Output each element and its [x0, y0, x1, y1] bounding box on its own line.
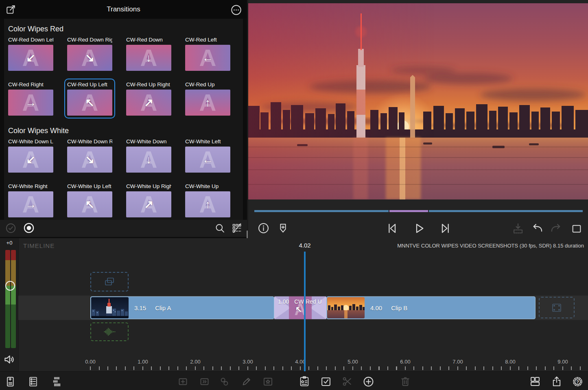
- transition-item[interactable]: CW-Red Left A ←: [185, 37, 230, 71]
- clip-info-button[interactable]: [258, 222, 269, 236]
- transition-thumbnail[interactable]: A ↖: [67, 90, 112, 116]
- link-clips-button[interactable]: [218, 375, 230, 388]
- transition-item[interactable]: CW-White Left A ←: [185, 138, 230, 173]
- transition-thumbnail[interactable]: A ↙: [8, 147, 53, 173]
- timeline-clip-a[interactable]: 3.15 Clip A: [90, 296, 274, 319]
- transition-item[interactable]: CW-White Right A →: [8, 183, 53, 217]
- transition-thumbnail[interactable]: A ↑: [185, 90, 230, 116]
- speaker-icon: [3, 353, 15, 366]
- transition-thumbnail[interactable]: A ↘: [67, 45, 112, 71]
- redo-button[interactable]: [550, 222, 563, 237]
- panel-options-button[interactable]: [231, 4, 242, 17]
- transition-thumbnail[interactable]: A ↘: [67, 147, 112, 173]
- go-to-end-button[interactable]: [439, 222, 452, 237]
- import-media-button[interactable]: [4, 375, 17, 388]
- overwrite-clip-button[interactable]: [198, 375, 210, 388]
- insert-to-timeline-button[interactable]: [512, 222, 524, 236]
- transition-item[interactable]: CW-White Down A ↓: [126, 138, 171, 173]
- transition-thumbnail[interactable]: A ←: [185, 147, 230, 173]
- video-track-placeholder[interactable]: [90, 272, 129, 291]
- undo-button[interactable]: [531, 222, 543, 237]
- transition-item[interactable]: CW-White Down L... A ↙: [8, 138, 53, 173]
- insert-clip-button[interactable]: [177, 375, 189, 388]
- transition-item[interactable]: CW-White Up A ↑: [185, 183, 230, 217]
- transition-item[interactable]: CW-Red Up A ↑: [185, 81, 230, 116]
- wipe-arrow-icon: →: [8, 90, 53, 116]
- transition-thumbnail[interactable]: A ↑: [185, 191, 230, 217]
- clip-a-thumbnail: [91, 297, 129, 318]
- transition-thumbnail[interactable]: A ←: [185, 45, 230, 71]
- append-clip-placeholder[interactable]: [539, 297, 575, 318]
- transition-label: CW-White Up Left: [67, 183, 112, 190]
- transition-thumbnail[interactable]: A →: [8, 90, 53, 116]
- transition-item[interactable]: CW-Red Right A →: [8, 81, 53, 116]
- video-preview[interactable]: [248, 3, 588, 199]
- audio-meter-right: [11, 250, 16, 348]
- transition-thumbnail[interactable]: A ↓: [126, 45, 171, 71]
- transition-thumbnail[interactable]: A ↖: [67, 191, 112, 217]
- view-options-button[interactable]: [231, 223, 242, 235]
- apply-transition-button[interactable]: [5, 223, 16, 235]
- fullscreen-rect-icon: [571, 223, 582, 234]
- transition-item-selected[interactable]: CW-Red Up Left A ↖: [67, 81, 112, 116]
- ruler-label: 1.00: [131, 359, 155, 365]
- transition-label: CW-Red Left: [185, 37, 230, 43]
- ruler-label: 6.00: [393, 359, 418, 365]
- track-size-button[interactable]: [50, 375, 63, 388]
- clip-list-button[interactable]: [27, 375, 39, 388]
- help-settings-button[interactable]: ?: [571, 375, 584, 388]
- add-marker-button[interactable]: [277, 222, 289, 236]
- transition-item[interactable]: CW-White Up Right A ↗: [126, 183, 171, 217]
- multi-select-button[interactable]: [320, 375, 332, 388]
- transition-thumbnail[interactable]: A ↙: [8, 45, 53, 71]
- favorite-clip-button[interactable]: [262, 375, 274, 388]
- transition-item[interactable]: CW-Red Down Left A ↙: [8, 37, 53, 71]
- mute-button[interactable]: [3, 353, 15, 367]
- edit-title-button[interactable]: [240, 375, 252, 388]
- film-clips-icon: [104, 277, 115, 287]
- fullscreen-button[interactable]: [571, 223, 582, 236]
- split-clip-button[interactable]: [341, 375, 353, 388]
- go-to-start-button[interactable]: [385, 222, 398, 237]
- share-export-button[interactable]: [551, 375, 563, 388]
- wipe-arrow-icon: ↓: [126, 147, 171, 173]
- wipe-arrow-icon: ↘: [67, 147, 112, 173]
- layout-button[interactable]: [529, 375, 541, 388]
- transition-thumbnail[interactable]: A ↓: [126, 147, 171, 173]
- delete-clip-button[interactable]: [399, 375, 411, 388]
- transitions-list: Color Wipes Red CW-Red Down Left A ↙ CW-…: [4, 19, 243, 220]
- add-overlay-button[interactable]: [362, 375, 374, 388]
- transition-label: CW-White Right: [8, 183, 53, 190]
- transition-item[interactable]: CW-White Down R... A ↘: [67, 138, 112, 173]
- clip-attributes-button[interactable]: [298, 375, 310, 388]
- timeline-playhead[interactable]: [304, 252, 306, 382]
- timeline-clip-b[interactable]: 4.00 Clip B: [326, 296, 536, 319]
- wipe-arrow-icon: ←: [185, 45, 230, 71]
- overwrite-clip-icon: [199, 376, 210, 387]
- plus-circle-icon: [363, 376, 374, 388]
- wipe-arrow-icon: ↖: [295, 305, 302, 314]
- search-button[interactable]: [214, 223, 225, 235]
- preview-scrubber[interactable]: [254, 210, 583, 212]
- trash-icon: [400, 376, 411, 387]
- timeline-transition-clip[interactable]: A 1.00 CW-Red U ↖: [274, 296, 326, 319]
- volume-fader-knob[interactable]: [5, 281, 15, 291]
- search-icon: [214, 223, 225, 234]
- insert-clip-icon: [177, 376, 188, 387]
- scissors-icon: [341, 376, 353, 387]
- audio-track-placeholder[interactable]: [90, 322, 129, 341]
- transition-item[interactable]: CW-Red Down Right A ↘: [67, 37, 112, 71]
- transition-item[interactable]: CW-Red Up Right A ↗: [126, 81, 171, 116]
- transition-thumbnail[interactable]: A ↗: [126, 90, 171, 116]
- transition-label: CW-Red Right: [8, 81, 53, 88]
- transition-thumbnail[interactable]: A ↗: [126, 191, 171, 217]
- preview-mode-button[interactable]: [23, 222, 35, 235]
- play-button[interactable]: [413, 222, 426, 237]
- transition-name: CW-Red U: [294, 298, 321, 305]
- transition-thumbnail[interactable]: A →: [8, 191, 53, 217]
- transition-item[interactable]: CW-White Up Left A ↖: [67, 183, 112, 217]
- audio-meter-column: +0: [0, 238, 19, 371]
- panel-resize-handle[interactable]: [247, 230, 248, 239]
- transition-item[interactable]: CW-Red Down A ↓: [126, 37, 171, 71]
- timeline-pane: +0 TIMELINE 4.02 MNNT: [0, 238, 588, 371]
